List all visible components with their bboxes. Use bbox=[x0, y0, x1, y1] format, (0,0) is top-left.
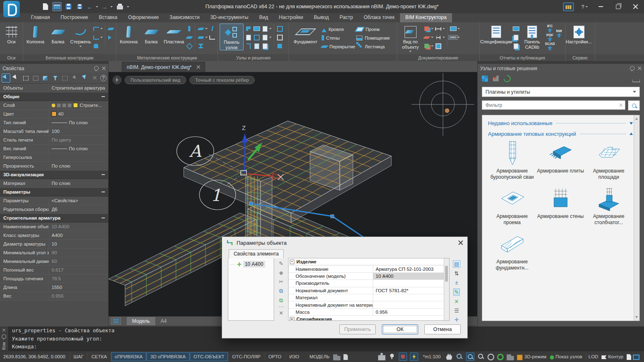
view-preset-button[interactable]: Пользовательский вид bbox=[125, 76, 186, 84]
i-profile-button[interactable]: I bbox=[209, 25, 216, 32]
foundation-button[interactable]: Фундамент bbox=[291, 24, 320, 45]
show-nodes-icon[interactable] bbox=[550, 355, 554, 360]
row-weight[interactable]: Вес0.956 bbox=[0, 292, 108, 300]
toggle-snap-step[interactable]: ШАГ bbox=[70, 352, 87, 361]
item-column-footing-reinforcement[interactable]: Армирование столбчатог... bbox=[585, 186, 633, 226]
stairs-button[interactable]: Лестница bbox=[356, 43, 385, 50]
row-object-name[interactable]: Наименование объекта10 А400 bbox=[0, 222, 108, 231]
dialog-close-icon[interactable] bbox=[458, 240, 463, 245]
poly-select-button[interactable] bbox=[31, 73, 40, 83]
frame-add-button[interactable] bbox=[276, 34, 283, 41]
layer-on-icon[interactable] bbox=[52, 104, 55, 107]
collapse-icon[interactable] bbox=[290, 260, 294, 264]
tab-glavnaya[interactable]: Главная bbox=[26, 13, 55, 22]
list-view-icon[interactable]: ☰ bbox=[454, 308, 459, 314]
tab-rastr[interactable]: Растр bbox=[334, 13, 358, 22]
row-plot-style[interactable]: Стиль печатиПо цвету bbox=[0, 136, 108, 144]
doc-copy-button[interactable] bbox=[261, 43, 268, 50]
zoom-extents-icon[interactable] bbox=[477, 353, 485, 360]
3d-mode-icon[interactable] bbox=[517, 355, 523, 360]
plate-cut-button[interactable] bbox=[197, 34, 208, 41]
apply-button[interactable]: Применить bbox=[339, 324, 376, 334]
filter-field[interactable] bbox=[482, 100, 625, 110]
sort-icon[interactable]: ⇅ bbox=[455, 270, 459, 277]
annotation-shield-icon[interactable] bbox=[399, 353, 407, 361]
section-typical-reinforcement[interactable]: Армирование типовых конструкций bbox=[488, 128, 633, 139]
show-nodes-label[interactable]: Показ узлов bbox=[556, 354, 582, 359]
spec-export-button[interactable] bbox=[512, 43, 519, 50]
param-row-mass[interactable]: Масса0.956 bbox=[289, 309, 449, 316]
group-row-specification[interactable]: Спецификация bbox=[289, 316, 449, 321]
item-slab-reinforcement[interactable]: Армирование плиты bbox=[536, 141, 585, 180]
layout-panel-icon[interactable] bbox=[343, 354, 348, 360]
expand-icon[interactable]: ± bbox=[455, 279, 458, 286]
clear-filter-icon[interactable] bbox=[619, 104, 623, 107]
save-all-button[interactable] bbox=[76, 2, 84, 11]
row-length[interactable]: Длина1550 bbox=[0, 283, 108, 292]
beam-cut-button[interactable] bbox=[197, 25, 208, 32]
ifc-export-button[interactable]: IFC bbox=[547, 24, 553, 33]
select-button[interactable] bbox=[12, 73, 20, 83]
item-pile-reinforcement[interactable]: Армирование буроопускной сваи bbox=[488, 141, 536, 180]
doc-010-button[interactable] bbox=[261, 25, 272, 32]
cadlib-panel-button[interactable]: Панель CADlib bbox=[521, 24, 544, 50]
filter-input[interactable] bbox=[485, 102, 619, 109]
parameters-table[interactable]: Изделие НаименованиеАрматура СП 52-101-2… bbox=[288, 258, 450, 321]
tab-postroenie[interactable]: Построение bbox=[55, 13, 94, 22]
weld-button[interactable] bbox=[186, 34, 193, 41]
edit-view-button[interactable] bbox=[435, 43, 442, 50]
collapse-icon[interactable] bbox=[290, 317, 294, 321]
toggle-ortho[interactable]: ОРТО bbox=[265, 352, 285, 361]
ok-button[interactable]: ОК bbox=[382, 324, 418, 334]
deselect-button[interactable] bbox=[90, 73, 99, 83]
close-panel-icon[interactable] bbox=[102, 66, 106, 70]
contour-icon[interactable] bbox=[601, 355, 606, 359]
section-general[interactable]: Общие bbox=[0, 92, 108, 101]
node-flag-button[interactable] bbox=[245, 25, 252, 32]
contour-label[interactable]: Контур bbox=[608, 354, 623, 359]
restore-button[interactable] bbox=[609, 0, 627, 13]
select-append-button[interactable] bbox=[2, 73, 10, 83]
param-row-standard[interactable]: Нормативный документГОСТ 5781-82* bbox=[289, 287, 449, 294]
tiles-view-icon[interactable] bbox=[482, 76, 488, 82]
tab-bim-konstruktora[interactable]: BIM Конструктора bbox=[400, 13, 452, 22]
cursor-box-button[interactable] bbox=[80, 73, 89, 83]
reinforce-arrows-button[interactable] bbox=[107, 34, 114, 41]
row-rebar-class[interactable]: Класс арматурыА400 bbox=[0, 231, 108, 240]
row-material[interactable]: МатериалПо слою bbox=[0, 179, 108, 188]
solid-bar-button[interactable] bbox=[92, 43, 99, 50]
row-min-angle[interactable]: Минимальный угол з...90 bbox=[0, 248, 108, 257]
annotation-scale[interactable]: *m1:100 bbox=[423, 354, 441, 359]
toggle-osnap[interactable]: оПРИВЯЗКА bbox=[111, 352, 147, 361]
tab-oformlenie[interactable]: Оформление bbox=[123, 13, 164, 22]
print-button[interactable] bbox=[116, 2, 124, 11]
row-color[interactable]: Цвет 40 bbox=[0, 110, 108, 118]
specifications-button[interactable]: Спецификации bbox=[481, 24, 511, 45]
category-view-icon[interactable]: ▤ bbox=[453, 260, 460, 267]
corner-profile-button[interactable] bbox=[209, 34, 216, 41]
space-indicator[interactable]: МОДЕЛЬ bbox=[310, 354, 330, 359]
row-rebar-diameter[interactable]: Диаметр арматуры10 bbox=[0, 240, 108, 248]
brace-button[interactable] bbox=[186, 43, 193, 50]
fullscreen-icon[interactable] bbox=[633, 355, 639, 360]
view-screen-button[interactable] bbox=[450, 25, 460, 32]
node-copy-button[interactable] bbox=[245, 34, 252, 41]
dimension-100-button[interactable] bbox=[435, 25, 445, 32]
opening-button[interactable]: Проем bbox=[356, 25, 379, 33]
roof-button[interactable]: Кровля bbox=[322, 25, 344, 33]
concrete-column-button[interactable]: Колонна bbox=[25, 24, 46, 45]
nanocad-logo-icon[interactable] bbox=[3, 1, 20, 17]
plans-button[interactable] bbox=[423, 34, 433, 41]
room-button[interactable]: Помещение bbox=[356, 34, 390, 42]
minimize-button[interactable] bbox=[592, 0, 609, 13]
tab-3d-instrumenty[interactable]: 3D-инструменты bbox=[205, 13, 253, 22]
navigation-compass[interactable] bbox=[412, 73, 474, 136]
tab-zavisimosti[interactable]: Зависимости bbox=[164, 13, 205, 22]
refresh-icon[interactable] bbox=[502, 73, 512, 83]
doc-edit-button[interactable] bbox=[261, 34, 272, 41]
zoom-window-icon[interactable] bbox=[466, 353, 474, 361]
tag-icon[interactable]: ◆ bbox=[279, 270, 283, 276]
tab-vyvod[interactable]: Вывод bbox=[308, 13, 334, 22]
item-wall-reinforcement[interactable]: Армирование стены bbox=[536, 186, 585, 226]
rect-select-button[interactable] bbox=[21, 73, 30, 83]
